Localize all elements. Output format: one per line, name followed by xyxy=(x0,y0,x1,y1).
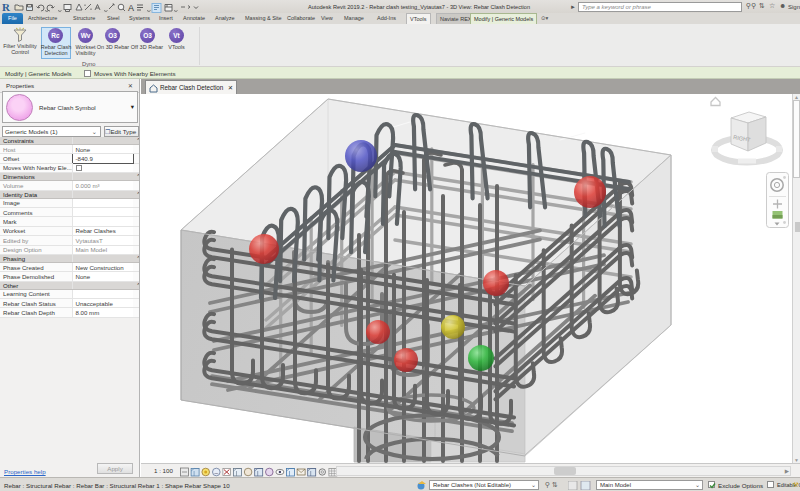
svg-text:R: R xyxy=(2,1,11,13)
svg-text:A: A xyxy=(128,2,134,12)
